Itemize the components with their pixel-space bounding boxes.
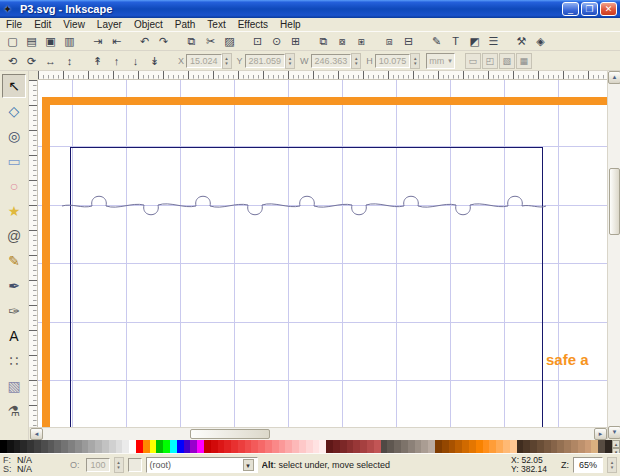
palette-swatch[interactable] [605,440,612,453]
unlink-clone-button[interactable]: ⧆ [352,32,371,50]
save-document-button[interactable]: ▣ [41,32,60,50]
opacity-spinner[interactable]: ▴ ▾ [114,457,124,473]
palette-swatch[interactable] [353,440,360,453]
field-w-input[interactable]: 246.363 [311,54,352,68]
palette-swatch[interactable] [75,440,82,453]
palette-swatch[interactable] [435,440,442,453]
field-h-spinner[interactable]: ▴▾ [410,53,420,69]
palette-scroll-up-icon[interactable]: ▴ [612,440,620,448]
palette-swatch[interactable] [455,440,462,453]
scroll-right-icon[interactable]: ► [594,428,607,440]
zoom-page-button[interactable]: ⊞ [286,32,305,50]
palette-swatch[interactable] [401,440,408,453]
xml-editor-button[interactable]: ◩ [465,32,484,50]
palette-swatch[interactable] [102,440,109,453]
vertical-scrollbar[interactable]: ▲ ▼ [607,71,620,439]
scroll-left-icon[interactable]: ◄ [30,428,43,440]
zoom-drawing-button[interactable]: ⊙ [267,32,286,50]
about-button[interactable]: ◈ [531,32,550,50]
menu-text[interactable]: Text [201,19,231,30]
menu-help[interactable]: Help [274,19,307,30]
preferences-button[interactable]: ⚒ [512,32,531,50]
palette-swatch[interactable] [415,440,422,453]
palette-swatch[interactable] [197,440,204,453]
palette-swatch[interactable] [122,440,129,453]
palette-swatch[interactable] [82,440,89,453]
palette-swatch[interactable] [299,440,306,453]
palette-swatch[interactable] [211,440,218,453]
scroll-up-icon[interactable]: ▲ [608,71,620,84]
redo-button[interactable]: ↷ [154,32,173,50]
unit-select[interactable]: mm▾ [426,53,455,69]
affect-pattern-button[interactable]: ▦ [516,53,532,69]
palette-swatch[interactable] [245,440,252,453]
puzzle-cut-line[interactable] [62,180,546,228]
palette-swatch[interactable] [129,440,136,453]
fill-stroke-indicator[interactable]: F: N/A S: N/A [3,455,61,475]
palette-swatch[interactable] [476,440,483,453]
field-x-input[interactable]: 15.024 [186,54,222,68]
paste-button[interactable]: ▨ [220,32,239,50]
palette-swatch[interactable] [510,440,517,453]
palette-swatch[interactable] [578,440,585,453]
vertical-ruler[interactable] [29,80,38,427]
open-document-button[interactable]: ▤ [22,32,41,50]
fill-stroke-dialog-button[interactable]: ✎ [427,32,446,50]
palette-swatch[interactable] [204,440,211,453]
palette-swatch[interactable] [258,440,265,453]
menu-view[interactable]: View [57,19,91,30]
field-x-spinner[interactable]: ▴▾ [222,53,232,69]
palette-swatch[interactable] [292,440,299,453]
canvas[interactable]: safe a [38,80,607,427]
field-w-spinner[interactable]: ▴▾ [351,53,361,69]
cut-button[interactable]: ✂ [201,32,220,50]
palette-swatch[interactable] [598,440,605,453]
align-dialog-button[interactable]: ☰ [484,32,503,50]
palette-swatch[interactable] [238,440,245,453]
calligraphy-tool-button[interactable]: ✑ [2,299,26,323]
palette-swatch[interactable] [551,440,558,453]
palette-swatch[interactable] [109,440,116,453]
scroll-down-icon[interactable]: ▼ [608,426,620,439]
palette-swatch[interactable] [449,440,456,453]
menu-layer[interactable]: Layer [91,19,128,30]
palette-swatch[interactable] [381,440,388,453]
palette-swatch[interactable] [489,440,496,453]
spiral-tool-button[interactable]: @ [2,224,26,248]
copy-button[interactable]: ⧉ [182,32,201,50]
minimize-button[interactable]: _ [562,2,579,16]
palette-swatch[interactable] [14,440,21,453]
palette-swatch[interactable] [367,440,374,453]
palette-swatch[interactable] [150,440,157,453]
palette-swatch[interactable] [571,440,578,453]
selector-tool-button[interactable]: ↖ [2,74,26,98]
palette-swatch[interactable] [557,440,564,453]
lower-button[interactable]: ↓ [126,52,145,70]
node-tool-button[interactable]: ◇ [2,99,26,123]
menu-effects[interactable]: Effects [232,19,274,30]
palette-swatch[interactable] [326,440,333,453]
undo-button[interactable]: ↶ [135,32,154,50]
palette-swatch[interactable] [564,440,571,453]
affect-gradient-button[interactable]: ▧ [499,53,515,69]
palette-swatch[interactable] [177,440,184,453]
rectangle-tool-button[interactable]: ▭ [2,149,26,173]
field-y-spinner[interactable]: ▴▾ [285,53,295,69]
field-h-input[interactable]: 10.075 [375,54,411,68]
palette-swatch[interactable] [530,440,537,453]
menu-path[interactable]: Path [169,19,202,30]
rotate-ccw-button[interactable]: ⟲ [3,52,22,70]
horizontal-scrollbar[interactable]: ◄ ► [30,427,607,440]
palette-swatch[interactable] [224,440,231,453]
layer-selector[interactable]: (root) ▾ [146,457,258,473]
bleed-line-vertical[interactable] [42,97,50,427]
bleed-line-horizontal[interactable] [42,97,607,105]
palette-swatch[interactable] [68,440,75,453]
lower-to-bottom-button[interactable]: ↡ [145,52,164,70]
palette-swatch[interactable] [421,440,428,453]
palette-swatch[interactable] [34,440,41,453]
palette-swatch[interactable] [48,440,55,453]
palette-swatch[interactable] [517,440,524,453]
palette-swatch[interactable] [156,440,163,453]
palette-swatch[interactable] [360,440,367,453]
